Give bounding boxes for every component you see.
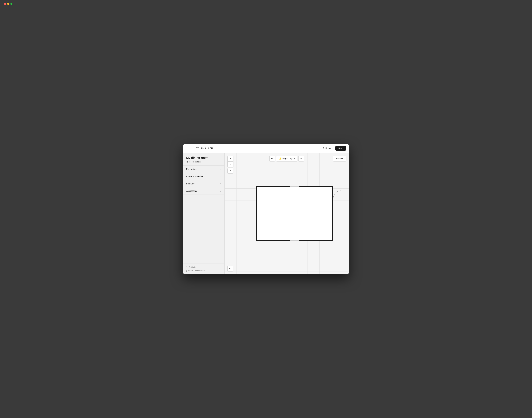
3d-view-button[interactable]: 3D view xyxy=(333,156,346,162)
chevron-right-icon: › xyxy=(220,175,221,178)
rotate-button[interactable]: ↻ Rotate xyxy=(321,146,333,151)
door-arc-icon xyxy=(333,191,341,199)
magic-icon: ✨ xyxy=(279,157,282,160)
zoom-in-button[interactable]: + xyxy=(228,156,233,162)
crosshair-icon xyxy=(229,169,232,172)
canvas-area[interactable]: + − xyxy=(224,153,349,274)
door-top xyxy=(290,186,299,187)
door-right xyxy=(333,191,341,199)
center-view-button[interactable] xyxy=(227,168,233,174)
chevron-right-icon: › xyxy=(220,168,221,170)
about-link[interactable]: ℹ About Roomplanner xyxy=(186,270,221,272)
floorplan-container xyxy=(256,186,333,241)
svg-line-6 xyxy=(231,269,231,269)
redo-button[interactable]: ↪ xyxy=(299,156,304,162)
undo-button[interactable]: ↩ xyxy=(269,156,275,162)
zoom-out-button[interactable]: − xyxy=(228,162,233,167)
svg-point-0 xyxy=(230,170,231,171)
rotate-label: Rotate xyxy=(325,147,332,150)
plus-icon: + xyxy=(230,157,231,160)
room-floorplan xyxy=(256,186,333,241)
furniture-label: Furniture xyxy=(186,183,195,185)
sidebar: My dining room ⚙ Room settings Room styl… xyxy=(183,153,224,274)
get-help-link[interactable]: ? Get help xyxy=(186,266,221,268)
search-button[interactable] xyxy=(227,266,233,271)
rotate-icon: ↻ xyxy=(323,147,325,150)
main-content: My dining room ⚙ Room settings Room styl… xyxy=(183,153,349,274)
toolbar-top-center: ↩ ✨ Magic Layout ↪ xyxy=(269,156,304,162)
toolbar-left: + − xyxy=(227,156,233,174)
chevron-right-icon: › xyxy=(220,183,221,185)
toolbar-bottom-left xyxy=(227,266,233,271)
colors-materials-label: Colors & materials xyxy=(186,175,203,178)
undo-icon: ↩ xyxy=(271,157,273,160)
accessories-label: Accessories xyxy=(186,190,197,192)
sidebar-item-accessories[interactable]: Accessories › xyxy=(183,187,224,195)
about-label: About Roomplanner xyxy=(188,270,205,272)
room-style-label: Room style xyxy=(186,168,197,170)
sidebar-nav: Room style › Colors & materials › Furnit… xyxy=(183,166,224,264)
room-title: My dining room xyxy=(186,156,221,160)
sidebar-item-furniture[interactable]: Furniture › xyxy=(183,180,224,187)
search-icon xyxy=(229,267,232,270)
room-settings-link[interactable]: ⚙ Room settings xyxy=(186,161,221,163)
app-logo: ETHAN ALLEN xyxy=(196,147,213,150)
room-settings-label: Room settings xyxy=(189,161,201,163)
door-bottom xyxy=(290,240,299,241)
sidebar-header: My dining room ⚙ Room settings xyxy=(183,153,224,166)
room-walls xyxy=(256,186,333,241)
minus-icon: − xyxy=(230,163,231,166)
magic-layout-button[interactable]: ✨ Magic Layout xyxy=(276,156,297,162)
toolbar-top-right: 3D view xyxy=(333,156,346,162)
sidebar-item-room-style[interactable]: Room style › xyxy=(183,166,224,173)
get-help-label: Get help xyxy=(188,266,196,268)
sidebar-footer: ? Get help ℹ About Roomplanner xyxy=(183,264,224,274)
sidebar-item-colors-materials[interactable]: Colors & materials › xyxy=(183,173,224,180)
save-button[interactable]: Save xyxy=(335,146,346,151)
zoom-controls: + − xyxy=(227,156,233,167)
info-icon: ℹ xyxy=(186,270,187,272)
chevron-right-icon: › xyxy=(220,190,221,192)
redo-icon: ↪ xyxy=(300,157,302,160)
gear-icon: ⚙ xyxy=(186,161,188,163)
title-bar-right: ↻ Rotate Save xyxy=(321,146,346,151)
magic-layout-label: Magic Layout xyxy=(282,157,295,160)
help-icon: ? xyxy=(186,266,188,268)
title-bar: ETHAN ALLEN ↻ Rotate Save xyxy=(183,144,349,153)
app-window: ETHAN ALLEN ↻ Rotate Save My dining room… xyxy=(183,144,349,274)
